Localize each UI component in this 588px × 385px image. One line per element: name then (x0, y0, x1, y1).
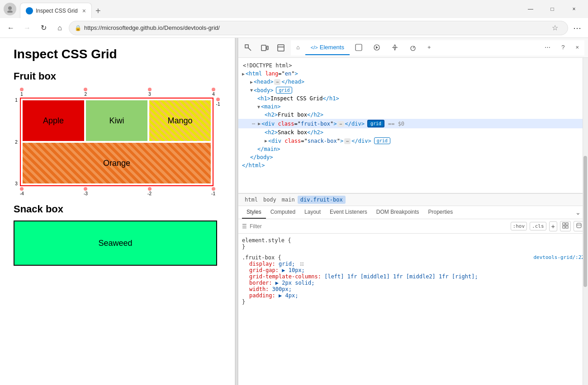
hover-state-button[interactable]: :hov (511, 222, 527, 230)
device-toggle-button[interactable] (258, 42, 271, 54)
close-button[interactable]: × (564, 2, 584, 16)
back-button[interactable]: ← (4, 21, 18, 35)
styles-tab-bar: Styles Computed Layout Event Listeners D… (238, 206, 588, 219)
minimize-button[interactable]: — (520, 2, 541, 16)
grid-with-side-markers: 1 2 3 Apple Kiwi Ma (14, 98, 222, 186)
devtools-sources-tab[interactable] (368, 40, 386, 56)
page-title: Inspect CSS Grid (14, 47, 221, 61)
add-style-rule-button[interactable]: + (549, 221, 557, 231)
devtools-help-tab[interactable]: ? (556, 40, 570, 55)
html-line-doctype[interactable]: <!DOCTYPE html> (238, 61, 588, 70)
html-line-snack-box[interactable]: ▶ <div class="snack-box">⋯</div> grid (238, 136, 588, 145)
styles-tab-event-listeners[interactable]: Event Listeners (325, 206, 372, 219)
vertical-scrollbar[interactable] (583, 58, 588, 385)
svg-rect-14 (566, 226, 568, 228)
devtools-more-tabs[interactable]: ⋯ (539, 40, 556, 55)
devtools-console-tab[interactable] (350, 40, 368, 56)
snack-box-grid-badge[interactable]: grid (374, 137, 390, 144)
top-marker-2: 2 (84, 88, 87, 97)
home-button[interactable]: ⌂ (52, 21, 67, 35)
styles-tab-properties[interactable]: Properties (424, 206, 458, 219)
styles-filter-bar: ☰ :hov .cls + (238, 219, 588, 234)
scrollbar-thumb[interactable] (583, 156, 587, 287)
lock-icon: 🔒 (75, 25, 81, 31)
styles-filter-input[interactable] (250, 223, 508, 230)
styles-tab-computed[interactable]: Computed (266, 206, 300, 219)
new-style-rule-button[interactable] (560, 221, 571, 231)
breadcrumb-main[interactable]: main (279, 196, 298, 204)
tab-title: Inspect CSS Grid (36, 8, 78, 14)
top-marker-1: 1 (20, 88, 24, 97)
fruit-box-grid-badge-active[interactable]: grid (367, 120, 384, 127)
snack-grid: Seaweed (14, 221, 217, 266)
element-style-rule: element.style { } (242, 237, 584, 250)
forward-button[interactable]: → (20, 21, 34, 35)
html-line-h1[interactable]: <h1>Inspect CSS Grid</h1> (238, 94, 588, 103)
devtools-toolbar: ⌂ </> Elements + (238, 38, 588, 58)
triangle-icon-head[interactable]: ▶ (250, 80, 253, 85)
devtools-elements-tab[interactable]: </> Elements (305, 40, 350, 55)
favorite-button[interactable]: ☆ (548, 21, 562, 35)
devtools-home-tab[interactable]: ⌂ (291, 40, 305, 55)
grid-gap-prop: grid-gap: (242, 267, 279, 273)
breadcrumb-div-fruit-box[interactable]: div.fruit-box (298, 196, 346, 204)
style-rule-icon (562, 222, 569, 229)
breadcrumb-html[interactable]: html (242, 196, 261, 204)
html-line-fruit-box[interactable]: ⋯ ▶ <div class="fruit-box">⋯</div> grid … (238, 119, 588, 128)
html-line-end-main[interactable]: </main> (238, 145, 588, 153)
svg-rect-5 (278, 45, 284, 51)
styles-tab-styles[interactable]: Styles (242, 206, 266, 219)
active-tab[interactable]: Inspect CSS Grid × (20, 3, 92, 18)
body-grid-badge[interactable]: grid (276, 87, 292, 94)
bottom-marker-2: -3 (84, 187, 88, 196)
top-marker-4: 4 (212, 88, 215, 97)
inspect-element-button[interactable] (242, 42, 255, 54)
triangle-icon-fruitbox[interactable]: ▶ (258, 121, 261, 126)
grid-bottom-markers: -4 -3 -2 -1 (14, 186, 222, 196)
svg-rect-11 (563, 223, 565, 225)
breadcrumb-body[interactable]: body (261, 196, 279, 204)
maximize-button[interactable]: □ (542, 2, 563, 16)
devtools-network-tab[interactable] (386, 40, 404, 56)
refresh-button[interactable]: ↻ (36, 21, 51, 35)
user-avatar[interactable] (4, 3, 16, 15)
html-line-head[interactable]: ▶ <head>⋯</head> (238, 78, 588, 86)
left-marker-1: 1 (15, 98, 18, 103)
devtools-close-button[interactable]: × (570, 40, 584, 55)
html-line-end-html[interactable]: </html> (238, 161, 588, 169)
svg-rect-12 (566, 223, 568, 225)
settings-button[interactable]: ⋯ (570, 21, 584, 35)
dock-button[interactable] (275, 42, 287, 54)
content-area: Inspect CSS Grid Fruit box 1 2 3 4 1 2 3 (0, 38, 588, 385)
devtools-performance-tab[interactable] (404, 40, 422, 56)
triangle-icon-snackbox[interactable]: ▶ (265, 138, 267, 143)
devtools-add-tab[interactable]: + (422, 40, 436, 55)
address-bar[interactable]: 🔒 https://microsoftedge.github.io/Demos/… (69, 21, 568, 35)
triangle-icon[interactable]: ▶ (242, 71, 245, 76)
svg-point-0 (8, 6, 12, 10)
tab-bar: Inspect CSS Grid × + (20, 0, 517, 18)
breadcrumb-bar: html body main div.fruit-box (238, 193, 588, 206)
html-line-html[interactable]: ▶ <html lang="en"> (238, 70, 588, 78)
svg-rect-4 (267, 46, 268, 50)
rule-source-link[interactable]: devtools-grid/:22 (533, 254, 584, 260)
triangle-icon-body[interactable]: ▼ (250, 88, 253, 93)
filter-icon: ☰ (242, 223, 247, 230)
new-tab-button[interactable]: + (92, 4, 104, 18)
html-line-h2-fruit[interactable]: <h2>Fruit box</h2> (238, 111, 588, 119)
html-line-main[interactable]: ▼ <main> (238, 103, 588, 111)
styles-tab-layout[interactable]: Layout (300, 206, 325, 219)
tab-close-button[interactable]: × (82, 7, 86, 14)
cls-button[interactable]: .cls (530, 222, 546, 230)
bottom-marker-3: -2 (147, 187, 152, 196)
html-line-h2-snack[interactable]: <h2>Snack box</h2> (238, 128, 588, 136)
fruit-grid-inner: Apple Kiwi Mango Orange (23, 100, 211, 183)
html-line-end-body[interactable]: </body> (238, 153, 588, 161)
kiwi-cell: Kiwi (86, 100, 147, 141)
styles-tab-dom-breakpoints[interactable]: DOM Breakpoints (372, 206, 424, 219)
html-line-body[interactable]: ▼ <body> grid (238, 86, 588, 94)
grid-template-columns-prop: grid-template-columns: (242, 273, 321, 280)
triangle-icon-main[interactable]: ▼ (257, 104, 260, 109)
snack-box-area: Snack box Seaweed (14, 203, 221, 266)
line-options-icon[interactable]: ⋯ (252, 121, 255, 127)
